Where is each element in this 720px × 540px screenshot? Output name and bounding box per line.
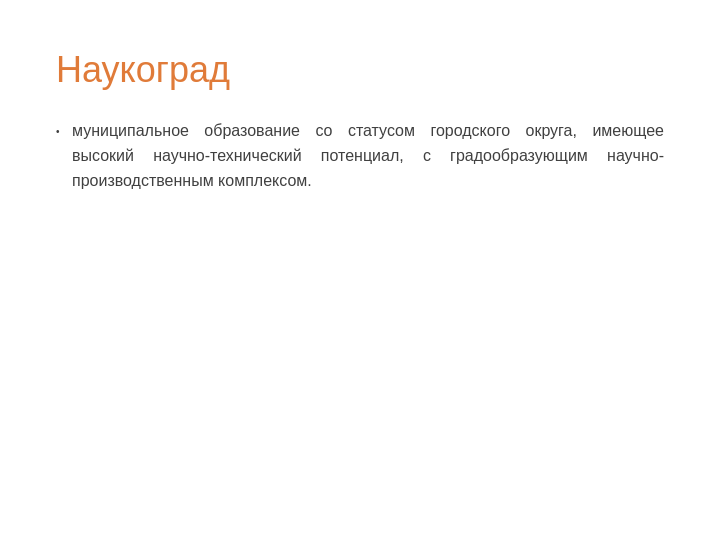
bullet-text: муниципальное образование со статусом го… [72,119,664,193]
bullet-item: • муниципальное образование со статусом … [56,119,664,193]
bullet-list: • муниципальное образование со статусом … [56,119,664,193]
bullet-dot: • [56,124,72,139]
slide-title: Наукоград [56,48,664,91]
slide-content: • муниципальное образование со статусом … [56,119,664,193]
slide-container: Наукоград • муниципальное образование со… [0,0,720,540]
